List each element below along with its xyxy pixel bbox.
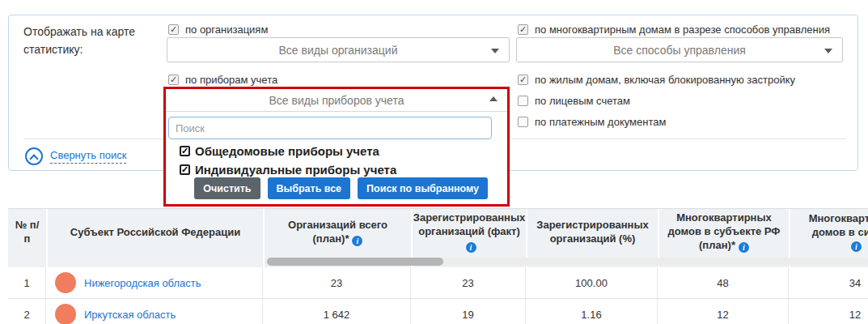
meter-types-select-value: Все виды приборов учета xyxy=(269,94,404,107)
meter-types-select[interactable]: Все виды приборов учета xyxy=(166,89,507,112)
individual-meters-label: Индивидуальные приборы учета xyxy=(195,163,396,177)
collapse-search-link[interactable]: Свернуть поиск xyxy=(25,147,126,165)
region-link[interactable]: Иркутская область xyxy=(84,309,176,321)
chevron-up-icon xyxy=(489,96,498,101)
meters-checkbox-label: по приборам учета xyxy=(185,74,277,86)
regions-statistics-table: № п/п Субъект Российской Федерации Орган… xyxy=(8,208,868,324)
row-region-cell: Иркутская область xyxy=(46,299,263,324)
organization-types-select-value: Все виды организаций xyxy=(279,44,398,57)
organizations-checkbox-row[interactable]: ✓ по организациям xyxy=(168,23,268,36)
organizations-checkbox-label: по организациям xyxy=(185,23,268,36)
mkd-system-value: 34 xyxy=(789,267,868,298)
org-plan-value: 1 642 xyxy=(263,299,411,324)
individual-meters-checkbox[interactable]: ✓ xyxy=(180,164,190,175)
org-fact-value: 23 xyxy=(411,267,526,298)
row-region-cell: Нижегородская область xyxy=(46,267,263,298)
accounts-checkbox[interactable] xyxy=(518,96,528,106)
panel-label: Отображать на карте статистику: xyxy=(23,23,165,58)
meter-search-input[interactable] xyxy=(168,117,492,139)
org-pct-value: 100.00 xyxy=(526,267,658,298)
clear-button[interactable]: Очистить xyxy=(194,177,260,199)
option-individual-meters[interactable]: ✓ Индивидуальные приборы учета xyxy=(180,163,396,177)
table-row: 1 Нижегородская область 23 23 100.00 48 … xyxy=(8,267,868,299)
collapse-search-label[interactable]: Свернуть поиск xyxy=(50,149,126,164)
payment-docs-checkbox-label: по платежным документам xyxy=(535,116,666,128)
mkd-plan-value: 48 xyxy=(658,267,789,298)
org-fact-value: 19 xyxy=(411,299,526,324)
mkd-management-checkbox-label: по многоквартирным домам в разрезе спосо… xyxy=(535,23,830,36)
management-methods-select-value: Все способы управления xyxy=(613,44,746,57)
meter-types-dropdown-highlighted: Все виды приборов учета ✓ Общедомовые пр… xyxy=(163,87,510,207)
region-link[interactable]: Нижегородская область xyxy=(84,277,201,289)
mkd-management-checkbox-row[interactable]: ✓ по многоквартирным домам в разрезе спо… xyxy=(518,23,830,36)
select-all-button[interactable]: Выбрать все xyxy=(268,177,351,199)
info-icon[interactable]: i xyxy=(352,236,362,246)
scrollbar-thumb[interactable] xyxy=(267,258,443,266)
management-methods-select[interactable]: Все способы управления xyxy=(516,37,843,62)
org-plan-value: 23 xyxy=(263,267,411,298)
payment-docs-checkbox[interactable] xyxy=(518,117,528,127)
common-meters-checkbox[interactable]: ✓ xyxy=(180,146,190,156)
mkd-system-value: 12 xyxy=(789,299,868,324)
chevron-up-circle-icon[interactable] xyxy=(25,147,43,165)
region-status-dot xyxy=(55,304,76,324)
housing-checkbox-label: по жилым домам, включая блокированную за… xyxy=(535,74,795,86)
col-header-num: № п/п xyxy=(8,209,46,267)
housing-checkbox[interactable]: ✓ xyxy=(518,75,528,85)
meters-checkbox-row[interactable]: ✓ по приборам учета xyxy=(168,74,277,86)
info-icon[interactable]: i xyxy=(739,242,749,253)
col-header-region: Субъект Российской Федерации xyxy=(46,209,263,267)
payment-docs-checkbox-row[interactable]: по платежным документам xyxy=(518,116,666,128)
housing-checkbox-row[interactable]: ✓ по жилым домам, включая блокированную … xyxy=(518,74,795,86)
mkd-management-checkbox[interactable]: ✓ xyxy=(518,24,528,35)
accounts-checkbox-row[interactable]: по лицевым счетам xyxy=(518,95,630,107)
chevron-down-icon xyxy=(491,49,499,53)
mkd-plan-value: 12 xyxy=(658,299,789,324)
org-pct-value: 1.16 xyxy=(526,299,658,324)
region-status-dot xyxy=(55,272,76,293)
meters-checkbox[interactable]: ✓ xyxy=(168,75,179,85)
option-common-meters[interactable]: ✓ Общедомовые приборы учета xyxy=(180,144,379,158)
horizontal-scrollbar[interactable] xyxy=(265,258,868,266)
search-by-selected-button[interactable]: Поиск по выбранному xyxy=(358,177,488,199)
info-icon[interactable]: i xyxy=(851,241,862,252)
organizations-checkbox[interactable]: ✓ xyxy=(168,24,179,35)
accounts-checkbox-label: по лицевым счетам xyxy=(535,95,630,107)
common-meters-label: Общедомовые приборы учета xyxy=(195,144,379,158)
chevron-down-icon xyxy=(824,49,832,53)
table-row: 2 Иркутская область 1 642 19 1.16 12 12 xyxy=(8,299,868,324)
organization-types-select[interactable]: Все виды организаций xyxy=(167,37,510,62)
row-num: 1 xyxy=(8,267,46,298)
row-num: 2 xyxy=(8,299,46,324)
info-icon[interactable]: i xyxy=(466,242,476,253)
